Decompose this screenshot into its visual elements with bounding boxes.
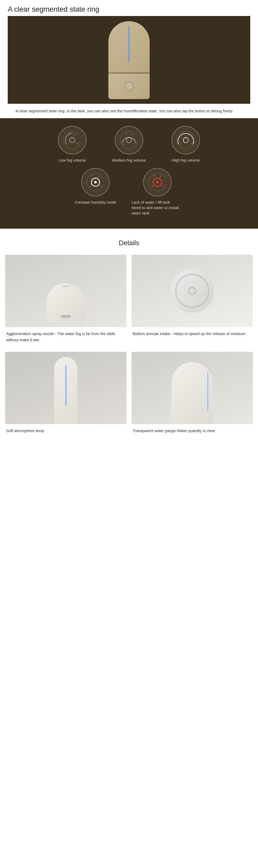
svg-text:⬇: ⬇ <box>190 143 192 145</box>
detail-spray-nozzle-image <box>5 255 126 327</box>
device-top <box>108 21 150 73</box>
dial-lack-water: ☁ ⬇ ☁ ⬇ <box>143 168 171 196</box>
device-bottom-view <box>170 269 214 313</box>
state-ring-title: A clear segmented state ring <box>8 5 250 13</box>
device-bottom <box>108 73 150 99</box>
detail-water-gauge-image <box>132 352 253 424</box>
atmosphere-lamp-illustration <box>5 352 126 424</box>
spray-nozzle-caption: Agglomeration spray nozzle - The water f… <box>5 327 126 347</box>
dial-low: ☁ ⬇ ☁ ⬇ <box>58 126 87 154</box>
fog-mode-medium: ☁ ⬇ ☁ ⬇ Medium fog volume <box>106 126 152 163</box>
svg-point-0 <box>63 131 81 149</box>
fog-mode-constant-label: Constant humidity mode <box>74 199 116 205</box>
state-ring-description: A clear segmented state ring. In the dar… <box>8 104 250 118</box>
bottom-intake-illustration <box>132 255 253 327</box>
svg-point-13 <box>128 137 130 138</box>
state-ring-image <box>8 16 250 104</box>
svg-text:⬇: ⬇ <box>131 133 133 135</box>
blue-light-indicator <box>129 26 130 62</box>
svg-text:⬇: ⬇ <box>98 176 99 177</box>
lack-water-line2: Need to add water or install water tank <box>132 206 179 215</box>
svg-text:☁: ☁ <box>154 175 155 176</box>
fog-mode-constant: ☁ ⬇ ☁ ⬇ Constant humidity mode <box>72 168 119 216</box>
svg-point-7 <box>120 131 138 149</box>
gauge-device <box>171 362 213 424</box>
fog-mode-lack-water: ☁ ⬇ ☁ ⬇ Lack of water / lift tank Need t… <box>129 168 186 216</box>
detail-water-gauge: Transparent water gauge-Water quantity i… <box>132 352 253 437</box>
svg-point-6 <box>72 137 73 138</box>
lamp-blue-line <box>66 365 66 406</box>
svg-point-27 <box>94 181 97 184</box>
fog-modes-section: ☁ ⬇ ☁ ⬇ Low fog volume ☁ <box>0 118 258 229</box>
svg-point-34 <box>156 181 159 184</box>
water-gauge-caption: Transparent water gauge-Water quantity i… <box>132 424 253 437</box>
details-section: Details Agglomeration spray nozzle - The… <box>0 229 258 443</box>
fog-mode-high: ☁ ⬇ ☁ ⬇ High fog volume <box>163 126 209 163</box>
detail-bottom-intake-image <box>132 255 253 327</box>
bottom-button <box>188 287 196 295</box>
device-top-view <box>46 283 85 322</box>
dial-low-svg: ☁ ⬇ ☁ ⬇ <box>62 130 83 151</box>
svg-text:☁: ☁ <box>123 143 125 145</box>
detail-spray-nozzle: Agglomeration spray nozzle - The water f… <box>5 255 126 347</box>
detail-bottom-intake: Bottom annular intake - Helps to speed u… <box>132 255 253 347</box>
details-title: Details <box>5 239 253 247</box>
svg-text:⬇: ⬇ <box>162 185 163 187</box>
dial-constant-svg: ☁ ⬇ ☁ ⬇ <box>85 172 106 192</box>
atmosphere-lamp-caption: Soft atmosphere lamp <box>5 424 126 437</box>
lack-water-line1: Lack of water / lift tank <box>132 200 170 205</box>
water-gauge-illustration <box>132 352 253 424</box>
svg-text:☁: ☁ <box>180 143 182 145</box>
dial-medium: ☁ ⬇ ☁ ⬇ <box>115 126 143 154</box>
dial-medium-svg: ☁ ⬇ ☁ ⬇ <box>119 130 139 151</box>
detail-atmosphere-lamp: Soft atmosphere lamp <box>5 352 126 437</box>
svg-point-20 <box>185 137 187 138</box>
svg-text:☁: ☁ <box>90 185 91 187</box>
gauge-water-line <box>207 372 208 411</box>
svg-text:☁: ☁ <box>152 185 153 187</box>
fog-mode-low: ☁ ⬇ ☁ ⬇ Low fog volume <box>49 126 95 163</box>
dial-constant: ☁ ⬇ ☁ ⬇ <box>81 168 110 196</box>
details-grid: Agglomeration spray nozzle - The water f… <box>5 255 253 437</box>
svg-text:⬇: ⬇ <box>133 143 135 145</box>
state-ring-section: A clear segmented state ring A clear seg… <box>0 0 258 118</box>
svg-text:⬇: ⬇ <box>160 176 161 177</box>
nozzle <box>61 315 71 318</box>
fog-mode-lack-water-label: Lack of water / lift tank Need to add wa… <box>132 199 183 216</box>
svg-text:☁: ☁ <box>66 143 68 145</box>
bottom-grill <box>175 274 209 308</box>
humidifier-illustration <box>108 21 150 104</box>
svg-text:☁: ☁ <box>92 175 93 176</box>
svg-text:⬇: ⬇ <box>74 133 76 135</box>
svg-point-19 <box>183 137 188 143</box>
fog-mode-low-label: Low fog volume <box>59 157 86 163</box>
device-top-slot <box>62 286 70 287</box>
svg-text:⬇: ⬇ <box>100 185 101 187</box>
svg-text:⬇: ⬇ <box>77 143 78 145</box>
fog-mode-medium-label: Medium fog volume <box>112 157 146 163</box>
dial-high-svg: ☁ ⬇ ☁ ⬇ <box>175 130 196 151</box>
device-button <box>124 82 134 91</box>
fog-mode-high-label: High fog volume <box>172 157 200 163</box>
spray-nozzle-illustration <box>5 255 126 327</box>
svg-text:☁: ☁ <box>125 132 127 134</box>
bottom-intake-caption: Bottom annular intake - Helps to speed u… <box>132 327 253 340</box>
fog-modes-row1: ☁ ⬇ ☁ ⬇ Low fog volume ☁ <box>5 126 253 163</box>
dial-high: ☁ ⬇ ☁ ⬇ <box>171 126 200 154</box>
lamp-device <box>54 357 77 424</box>
svg-point-14 <box>177 131 195 149</box>
svg-point-12 <box>126 137 132 143</box>
fog-modes-row2: ☁ ⬇ ☁ ⬇ Constant humidity mode ☁ ⬇ ☁ <box>5 168 253 216</box>
dial-lack-water-svg: ☁ ⬇ ☁ ⬇ <box>147 172 168 192</box>
detail-atmosphere-lamp-image <box>5 352 126 424</box>
